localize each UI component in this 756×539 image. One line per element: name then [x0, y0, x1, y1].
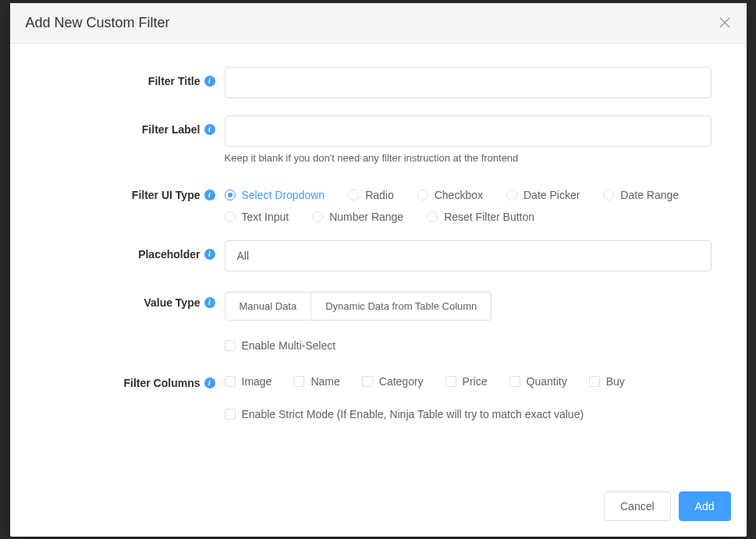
- label-text: Filter Title: [148, 75, 201, 87]
- control-value-type: Manual Data Dynamic Data from Table Colu…: [225, 289, 712, 321]
- control-filter-label: Keep it blank if you don't need any filt…: [225, 115, 712, 164]
- row-multi-select: Enable Multi-Select: [45, 338, 712, 352]
- radio-label: Number Range: [329, 211, 403, 223]
- radio-text-input[interactable]: Text Input: [225, 211, 289, 223]
- filter-title-input[interactable]: [225, 67, 712, 98]
- row-filter-ui-type: Filter UI Type i Select Dropdown Radio: [45, 181, 712, 223]
- column-image[interactable]: Image: [225, 375, 272, 388]
- close-icon[interactable]: [719, 16, 731, 29]
- label-empty: [45, 338, 225, 346]
- column-quantity[interactable]: Quantity: [509, 375, 567, 388]
- columns-checkbox-group: Image Name Category Price: [225, 369, 712, 388]
- radio-icon: [348, 190, 359, 200]
- radio-icon: [225, 211, 236, 222]
- filter-label-help: Keep it blank if you don't need any filt…: [225, 152, 712, 164]
- label-filter-columns: Filter Columns i: [45, 369, 225, 389]
- radio-icon: [506, 190, 517, 200]
- label-text: Placeholder: [138, 248, 200, 261]
- row-placeholder: Placeholder i: [45, 240, 712, 271]
- radio-label: Date Range: [620, 189, 679, 201]
- control-placeholder: [225, 240, 712, 271]
- label-placeholder: Placeholder i: [45, 240, 225, 261]
- checkbox-multi-select[interactable]: Enable Multi-Select: [225, 338, 712, 352]
- add-custom-filter-modal: Add New Custom Filter Filter Title i Fil…: [10, 3, 747, 537]
- checkbox-label: Price: [463, 375, 488, 388]
- checkbox-icon: [293, 376, 304, 387]
- radio-date-picker[interactable]: Date Picker: [506, 189, 580, 201]
- label-filter-title: Filter Title i: [45, 67, 225, 87]
- column-name[interactable]: Name: [293, 375, 339, 388]
- checkbox-label: Enable Strict Mode (If Enable, Ninja Tab…: [242, 408, 584, 420]
- control-strict-mode: Enable Strict Mode (If Enable, Ninja Tab…: [225, 406, 712, 420]
- label-filter-ui-type: Filter UI Type i: [45, 181, 225, 201]
- radio-icon: [417, 190, 428, 200]
- label-text: Filter Label: [142, 123, 201, 136]
- info-icon[interactable]: i: [204, 297, 215, 308]
- radio-select-dropdown[interactable]: Select Dropdown: [225, 189, 325, 201]
- radio-icon: [225, 190, 236, 200]
- radio-icon: [312, 211, 323, 222]
- radio-icon: [603, 190, 614, 200]
- checkbox-icon: [225, 376, 236, 387]
- column-price[interactable]: Price: [445, 375, 488, 388]
- control-filter-columns: Image Name Category Price: [225, 369, 712, 388]
- info-icon[interactable]: i: [204, 190, 215, 200]
- info-icon[interactable]: i: [204, 76, 215, 87]
- radio-icon: [427, 211, 438, 222]
- row-filter-label: Filter Label i Keep it blank if you don'…: [45, 115, 712, 164]
- label-text: Value Type: [144, 296, 200, 309]
- radio-reset-filter-button[interactable]: Reset Filter Button: [427, 211, 534, 223]
- modal-body: Filter Title i Filter Label i Keep it bl…: [10, 44, 747, 480]
- radio-checkbox[interactable]: Checkbox: [417, 189, 483, 201]
- checkbox-icon: [362, 376, 373, 387]
- value-type-manual[interactable]: Manual Data: [225, 292, 312, 321]
- ui-type-radio-group: Select Dropdown Radio Checkbox Date Pick…: [225, 181, 712, 223]
- value-type-dynamic[interactable]: Dynamic Data from Table Column: [311, 292, 492, 321]
- cancel-button[interactable]: Cancel: [604, 491, 671, 521]
- modal-footer: Cancel Add: [10, 480, 747, 537]
- checkbox-label: Image: [242, 375, 272, 388]
- add-button[interactable]: Add: [679, 491, 731, 521]
- checkbox-label: Quantity: [527, 375, 567, 388]
- radio-label: Checkbox: [435, 189, 483, 201]
- modal-header: Add New Custom Filter: [10, 3, 747, 44]
- info-icon[interactable]: i: [204, 124, 215, 135]
- row-strict-mode: Enable Strict Mode (If Enable, Ninja Tab…: [45, 406, 712, 420]
- checkbox-icon: [225, 340, 236, 351]
- radio-label: Text Input: [242, 211, 289, 223]
- value-type-group: Manual Data Dynamic Data from Table Colu…: [225, 289, 712, 321]
- row-filter-columns: Filter Columns i Image Name Category: [45, 369, 712, 389]
- label-text: Filter Columns: [123, 377, 200, 389]
- radio-date-range[interactable]: Date Range: [603, 189, 679, 201]
- label-text: Filter UI Type: [132, 189, 201, 201]
- control-filter-ui-type: Select Dropdown Radio Checkbox Date Pick…: [225, 181, 712, 223]
- modal-title: Add New Custom Filter: [26, 15, 170, 31]
- checkbox-icon: [225, 409, 236, 420]
- checkbox-icon: [509, 376, 520, 387]
- checkbox-strict-mode[interactable]: Enable Strict Mode (If Enable, Ninja Tab…: [225, 406, 712, 420]
- radio-label: Reset Filter Button: [444, 211, 534, 223]
- row-value-type: Value Type i Manual Data Dynamic Data fr…: [45, 289, 712, 321]
- radio-label: Date Picker: [524, 189, 580, 201]
- radio-number-range[interactable]: Number Range: [312, 211, 403, 223]
- checkbox-label: Name: [311, 375, 339, 388]
- info-icon[interactable]: i: [204, 378, 215, 388]
- label-filter-label: Filter Label i: [45, 115, 225, 136]
- column-buy[interactable]: Buy: [589, 375, 625, 388]
- checkbox-label: Enable Multi-Select: [242, 339, 336, 352]
- filter-label-input[interactable]: [225, 115, 712, 147]
- checkbox-label: Category: [379, 375, 424, 388]
- radio-radio[interactable]: Radio: [348, 189, 394, 201]
- column-category[interactable]: Category: [362, 375, 424, 388]
- row-filter-title: Filter Title i: [45, 67, 712, 98]
- radio-label: Select Dropdown: [242, 189, 325, 201]
- label-value-type: Value Type i: [45, 289, 225, 309]
- radio-label: Radio: [365, 189, 394, 201]
- info-icon[interactable]: i: [204, 249, 215, 260]
- placeholder-input[interactable]: [225, 240, 712, 271]
- checkbox-icon: [589, 376, 600, 387]
- checkbox-label: Buy: [606, 375, 625, 388]
- checkbox-icon: [445, 376, 456, 387]
- control-filter-title: [225, 67, 712, 98]
- control-multi-select: Enable Multi-Select: [225, 338, 712, 352]
